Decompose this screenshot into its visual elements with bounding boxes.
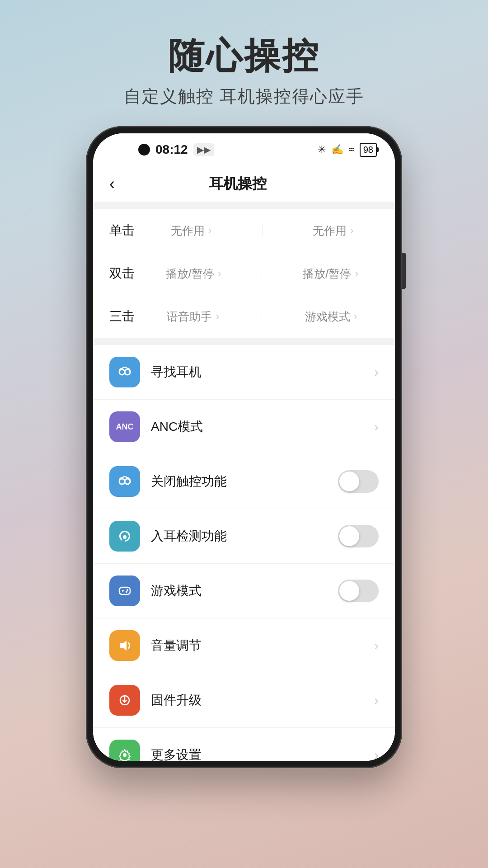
double-tap-right[interactable]: 播放/暂停 ›	[303, 266, 358, 281]
toggle-thumb	[339, 526, 359, 546]
chevron-icon: ›	[355, 267, 358, 280]
toggle-thumb	[339, 581, 359, 601]
single-tap-options: 无作用 › 无作用 ›	[145, 223, 379, 238]
tap-divider	[262, 310, 262, 323]
more-settings-icon	[109, 740, 140, 761]
tap-control-section: 单击 无作用 › 无作用 › 双击	[93, 209, 395, 338]
single-tap-label: 单击	[109, 222, 145, 239]
camera-icon	[138, 144, 150, 156]
in-ear-icon	[109, 521, 140, 552]
triple-tap-right[interactable]: 游戏模式 ›	[305, 309, 357, 324]
in-ear-toggle[interactable]	[338, 525, 379, 547]
feature-more-settings[interactable]: 更多设置 ›	[93, 728, 395, 761]
single-tap-right-text: 无作用	[313, 223, 347, 238]
svg-point-13	[123, 753, 127, 757]
status-time: 08:12	[155, 142, 188, 157]
single-tap-row: 单击 无作用 › 无作用 ›	[93, 209, 395, 252]
page-subtitle: 自定义触控 耳机操控得心应手	[124, 85, 365, 108]
close-touch-label: 关闭触控功能	[151, 473, 338, 490]
signal-icon: ✍	[331, 144, 343, 156]
svg-marker-10	[120, 641, 127, 651]
close-touch-icon	[109, 466, 140, 497]
single-tap-right[interactable]: 无作用 ›	[313, 223, 354, 238]
nav-title: 耳机操控	[115, 174, 361, 194]
single-tap-left[interactable]: 无作用 ›	[171, 223, 212, 238]
feature-game-mode: 游戏模式	[93, 564, 395, 618]
find-earphone-action: ›	[374, 364, 379, 380]
chevron-icon: ›	[374, 747, 379, 761]
phone-screen: 08:12 ▶▶ ✳ ✍ ≈ 98 ‹ 耳机操控 单击	[93, 133, 395, 761]
volume-icon	[109, 630, 140, 661]
double-tap-left-text: 播放/暂停	[166, 266, 214, 281]
battery-level: 98	[363, 145, 373, 155]
anc-icon: ANC	[109, 411, 140, 442]
nav-bar: ‹ 耳机操控	[93, 166, 395, 202]
double-tap-right-text: 播放/暂停	[303, 266, 351, 281]
status-left: 08:12 ▶▶	[138, 142, 214, 157]
status-right: ✳ ✍ ≈ 98	[318, 143, 377, 157]
find-earphone-label: 寻找耳机	[151, 363, 374, 381]
feature-volume[interactable]: 音量调节 ›	[93, 618, 395, 673]
tap-divider	[262, 267, 262, 280]
anc-action: ›	[374, 419, 379, 434]
double-tap-row: 双击 播放/暂停 › 播放/暂停 ›	[93, 252, 395, 295]
single-tap-left-text: 无作用	[171, 223, 205, 238]
status-bar: 08:12 ▶▶ ✳ ✍ ≈ 98	[93, 133, 395, 166]
feature-close-touch: 关闭触控功能	[93, 454, 395, 509]
chevron-icon: ›	[374, 693, 379, 708]
in-ear-action	[338, 525, 379, 547]
triple-tap-row: 三击 语音助手 › 游戏模式 ›	[93, 295, 395, 338]
content-area: 单击 无作用 › 无作用 › 双击	[93, 202, 395, 761]
double-tap-left[interactable]: 播放/暂停 ›	[166, 266, 221, 281]
feature-anc-mode[interactable]: ANC ANC模式 ›	[93, 400, 395, 454]
svg-point-9	[126, 591, 127, 593]
svg-rect-5	[119, 587, 130, 594]
phone-frame: 08:12 ▶▶ ✳ ✍ ≈ 98 ‹ 耳机操控 单击	[86, 126, 402, 768]
tap-divider	[262, 224, 263, 237]
more-settings-action: ›	[374, 747, 379, 761]
double-tap-label: 双击	[109, 265, 145, 282]
chevron-icon: ›	[216, 310, 219, 323]
bluetooth-icon: ✳	[318, 144, 326, 156]
chevron-icon: ›	[374, 638, 379, 653]
game-mode-toggle[interactable]	[338, 580, 379, 602]
chevron-icon: ›	[350, 224, 354, 237]
in-ear-label: 入耳检测功能	[151, 528, 338, 545]
triple-tap-left[interactable]: 语音助手 ›	[167, 309, 219, 324]
close-touch-toggle[interactable]	[338, 470, 379, 493]
feature-section: 寻找耳机 › ANC ANC模式 ›	[93, 345, 395, 761]
volume-label: 音量调节	[151, 637, 374, 654]
battery-icon: 98	[360, 143, 377, 157]
triple-tap-label: 三击	[109, 308, 145, 325]
firmware-icon	[109, 685, 140, 716]
double-tap-options: 播放/暂停 › 播放/暂停 ›	[145, 266, 379, 281]
chevron-icon: ›	[354, 310, 357, 323]
firmware-action: ›	[374, 693, 379, 708]
back-button[interactable]: ‹	[109, 175, 115, 193]
feature-firmware[interactable]: 固件升级 ›	[93, 673, 395, 728]
chevron-icon: ›	[374, 364, 379, 380]
more-settings-label: 更多设置	[151, 746, 374, 761]
feature-in-ear: 入耳检测功能	[93, 509, 395, 564]
firmware-label: 固件升级	[151, 692, 374, 709]
game-mode-icon	[109, 576, 140, 606]
svg-point-4	[123, 535, 127, 539]
status-extra: ▶▶	[193, 143, 214, 156]
triple-tap-right-text: 游戏模式	[305, 309, 350, 324]
page-header: 随心操控 自定义触控 耳机操控得心应手	[124, 0, 365, 108]
triple-tap-options: 语音助手 › 游戏模式 ›	[145, 309, 379, 324]
page-title: 随心操控	[124, 36, 365, 76]
volume-action: ›	[374, 638, 379, 653]
anc-text: ANC	[116, 422, 134, 432]
game-mode-action	[338, 580, 379, 602]
find-earphone-icon	[109, 357, 140, 387]
triple-tap-left-text: 语音助手	[167, 309, 212, 324]
feature-find-earphone[interactable]: 寻找耳机 ›	[93, 345, 395, 400]
toggle-thumb	[339, 472, 359, 491]
chevron-icon: ›	[374, 419, 379, 434]
anc-label: ANC模式	[151, 418, 374, 435]
game-mode-label: 游戏模式	[151, 582, 338, 599]
close-touch-action	[338, 470, 379, 493]
chevron-icon: ›	[218, 267, 221, 280]
wifi-icon: ≈	[349, 144, 354, 156]
